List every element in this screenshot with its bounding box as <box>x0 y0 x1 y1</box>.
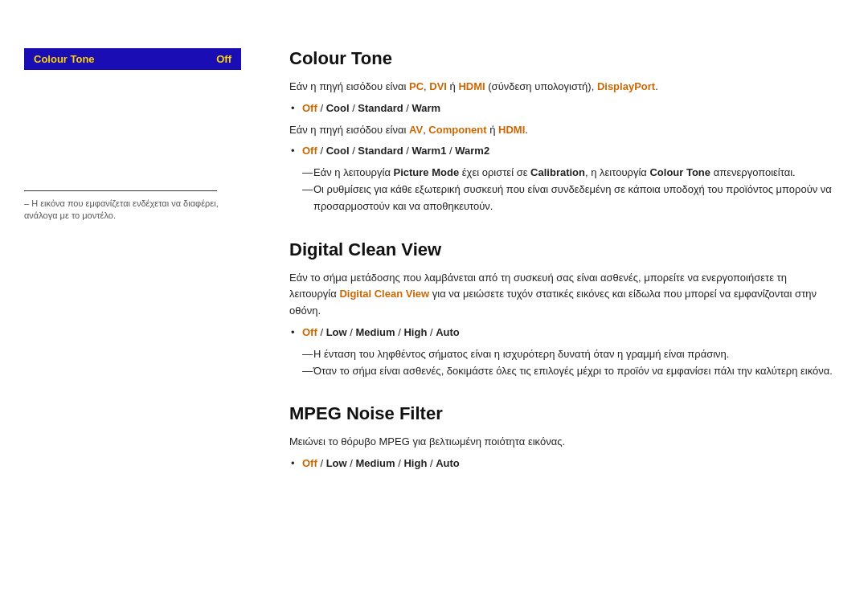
colour-tone-bullet-2: Off / Cool / Standard / Warm1 / Warm2 <box>302 143 836 160</box>
sidebar-note: – Η εικόνα που εμφανίζεται ενδέχεται να … <box>24 198 233 223</box>
mpeg-noise-filter-text-1: Μειώνει το θόρυβο MPEG για βελτιωμένη πο… <box>289 434 836 451</box>
colour-tone-title: Colour Tone <box>289 48 836 69</box>
menu-item-colour-tone[interactable]: Colour Tone Off <box>24 48 241 70</box>
menu-item-label: Colour Tone <box>34 53 95 65</box>
colour-tone-bullet-1: Off / Cool / Standard / Warm <box>302 100 836 117</box>
mpeg-noise-filter-bullet-1: Off / Low / Medium / High / Auto <box>302 456 836 472</box>
section-digital-clean-view: Digital Clean View Εάν το σήμα μετάδοσης… <box>289 239 836 380</box>
digital-clean-view-bullet-1: Off / Low / Medium / High / Auto <box>302 325 836 341</box>
main-content: Colour Tone Εάν η πηγή εισόδου είναι PC,… <box>273 32 868 581</box>
menu-item-value: Off <box>216 53 231 65</box>
colour-tone-note-2: Οι ρυθμίσεις για κάθε εξωτερική συσκευή … <box>302 182 836 215</box>
section-colour-tone: Colour Tone Εάν η πηγή εισόδου είναι PC,… <box>289 48 836 215</box>
digital-clean-view-text-1: Εάν το σήμα μετάδοσης που λαμβάνεται από… <box>289 270 836 320</box>
section-mpeg-noise-filter: MPEG Noise Filter Μειώνει το θόρυβο MPEG… <box>289 403 836 472</box>
mpeg-noise-filter-title: MPEG Noise Filter <box>289 403 836 424</box>
colour-tone-note-1: Εάν η λειτουργία Picture Mode έχει οριστ… <box>302 165 836 182</box>
sidebar: Colour Tone Off – Η εικόνα που εμφανίζετ… <box>0 32 273 581</box>
colour-tone-text-1: Εάν η πηγή εισόδου είναι PC, DVI ή HDMI … <box>289 79 836 96</box>
sidebar-divider <box>24 190 217 191</box>
colour-tone-text-2: Εάν η πηγή εισόδου είναι AV, Component ή… <box>289 122 836 139</box>
digital-clean-view-note-1: Η ένταση του ληφθέντος σήματος είναι η ι… <box>302 346 836 363</box>
digital-clean-view-note-2: Όταν το σήμα είναι ασθενές, δοκιμάστε όλ… <box>302 363 836 380</box>
digital-clean-view-title: Digital Clean View <box>289 239 836 260</box>
